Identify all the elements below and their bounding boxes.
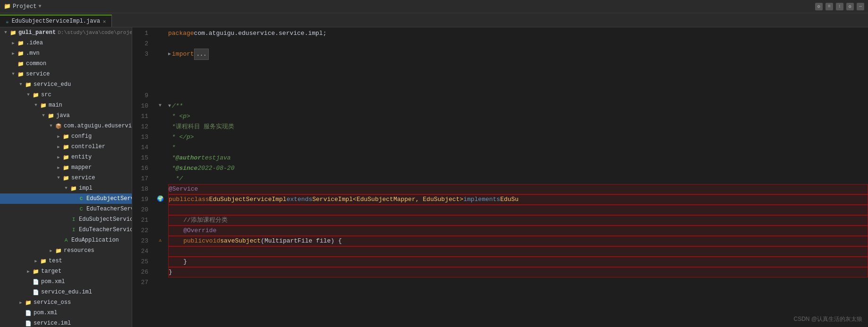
code-line-14: * [168,143,868,153]
title-bar-controls: ⚙ ≡ ↕ ⚙ — [815,3,864,10]
config-label: config [71,133,92,140]
gutter-16 [156,162,164,173]
tree-item-pom-service[interactable]: ▶ 📄 pom.xml [0,308,132,318]
tree-item-config[interactable]: ▶ 📁 config [0,131,132,142]
annotation-override: @Override [183,226,216,236]
root-arrow: ▼ [2,29,9,36]
tree-item-eduteacherservice[interactable]: ▶ I EduTeacherService [0,225,132,235]
impl-arrow: ▼ [62,184,70,192]
doc-comment-start: /** [172,101,183,111]
entity-folder-icon: 📁 [62,153,70,161]
ln-15: 15 [132,153,152,163]
tree-item-edusubjectservice[interactable]: ▶ I EduSubjectService [0,214,132,225]
tree-item-service-edu-iml[interactable]: ▶ 📄 service_edu.iml [0,287,132,297]
ln-12: 12 [132,122,152,132]
idea-label: .idea [26,40,43,46]
pom-label2: pom.xml [34,310,57,316]
edusubject-icon: C [77,195,85,202]
resources-folder-icon: 📁 [55,247,62,254]
gutter-27 [156,277,164,287]
tree-item-service-iml[interactable]: ▶ 📄 service.iml [0,318,132,327]
code-line-1: package com.atguigu.eduservice.service.i… [168,28,868,39]
root-path: D:\study\java\code\project\guli_parent [58,30,132,35]
doc-comment-14: * [168,143,176,153]
code-content[interactable]: package com.atguigu.eduservice.service.i… [164,27,868,327]
tree-item-package[interactable]: ▼ 📦 com.atguigu.eduservice [0,121,132,131]
kw-void-23: void [205,236,220,246]
tab-bar: ☕ EduSubjectServiceImpl.java ✕ [0,13,868,27]
code-view[interactable]: 1 2 3 9 10 11 12 13 14 15 16 17 18 19 20… [132,27,868,327]
gutter-1 [156,27,164,38]
tree-item-entity[interactable]: ▶ 📁 entity [0,152,132,162]
sort-icon[interactable]: ↕ [836,3,843,10]
ln-11: 11 [132,111,152,122]
tree-item-edusubjectserviceimpl[interactable]: ▶ C EduSubjectServiceImpl [0,193,132,204]
resources-label: resources [64,247,94,254]
import-collapsed-badge[interactable]: ... [194,49,209,60]
tree-item-src[interactable]: ▼ 📁 src [0,90,132,100]
tree-item-service-oss[interactable]: ▶ 📁 service_oss [0,297,132,308]
tree-item-service-inner[interactable]: ▼ 📁 service [0,173,132,183]
align-icon[interactable]: ≡ [825,3,833,10]
java-folder-icon: 📁 [47,112,55,119]
service-edu-iml-icon: 📄 [32,288,40,296]
tree-item-common[interactable]: ▶ 📁 common [0,59,132,69]
gutter-18 [156,183,164,193]
gutter-9 [156,90,164,100]
tree-item-resources[interactable]: ▶ 📁 resources [0,245,132,256]
tree-item-service-edu[interactable]: ▼ 📁 service_edu [0,79,132,90]
ln-19: 19 [132,194,152,205]
code-line-16: * @since 2022-08-20 [168,163,868,174]
tree-item-main[interactable]: ▼ 📁 main [0,100,132,110]
gear-icon[interactable]: ⚙ [846,3,854,10]
pom-xml-icon1: 📄 [32,278,40,285]
tree-item-test[interactable]: ▶ 📁 test [0,256,132,266]
fold-icon-3[interactable]: ▶ [168,49,171,59]
brace-close-25: } [169,257,187,267]
gutter-17 [156,173,164,183]
code-line-18: @Service [168,184,868,194]
gutter-column: ▼ 🌍 ⚠ [156,27,164,327]
annotation-service: @Service [169,184,198,194]
ln-23: 23 [132,236,152,246]
ln-25: 25 [132,257,152,267]
tree-root[interactable]: ▼ 📁 guli_parent D:\study\java\code\proje… [0,27,132,38]
gutter-26 [156,266,164,277]
tree-item-service[interactable]: ▼ 📁 service [0,69,132,79]
service-label: service [26,71,50,77]
tab-label: EduSubjectServiceImpl.java [12,18,100,25]
tree-item-target[interactable]: ▶ 📁 target [0,266,132,277]
service-iml-icon: 📄 [25,319,32,327]
eduteacher-impl-icon: C [77,205,85,213]
title-bar-project: 📁 Project ▼ [4,3,41,10]
tree-item-java[interactable]: ▼ 📁 java [0,110,132,121]
pom-xml-icon2: 📄 [25,309,32,317]
ln-1: 1 [132,28,152,39]
project-dropdown-icon[interactable]: ▼ [38,4,41,9]
tree-item-pom-service-edu[interactable]: ▶ 📄 pom.xml [0,277,132,287]
package-arrow: ▼ [47,122,55,130]
tree-item-controller[interactable]: ▶ 📁 controller [0,142,132,152]
class-serviceimpl: ServiceImpl<EduSubjectMapper, EduSubject… [312,194,463,205]
project-sidebar: ▼ 📁 guli_parent D:\study\java\code\proje… [0,27,132,327]
gutter-21 [156,214,164,225]
ln-26: 26 [132,267,152,277]
tree-item-mapper[interactable]: ▶ 📁 mapper [0,162,132,173]
gutter-2 [156,38,164,48]
tab-edusubjectserviceimpl[interactable]: ☕ EduSubjectServiceImpl.java ✕ [0,15,112,27]
minimize-icon[interactable]: — [857,3,864,10]
tree-item-idea[interactable]: ▶ 📁 .idea [0,38,132,48]
settings-icon[interactable]: ⚙ [815,3,823,10]
gutter-15 [156,152,164,162]
tab-close-icon[interactable]: ✕ [103,18,106,25]
gutter-19: 🌍 [156,193,164,204]
fold-icon-10[interactable]: ▼ [168,101,171,111]
mvn-label: .mvn [26,50,40,57]
brace-close-26: } [169,267,172,277]
tree-item-mvn[interactable]: ▶ 📁 .mvn [0,48,132,59]
method-params-23: (MultipartFile file) { [261,236,342,246]
tree-item-impl[interactable]: ▼ 📁 impl [0,183,132,193]
tree-item-eduapplication[interactable]: ▶ A EduApplication [0,235,132,245]
gutter-14 [156,142,164,152]
tree-item-eduteacherserviceimpl[interactable]: ▶ C EduTeacherServiceImpl [0,204,132,214]
